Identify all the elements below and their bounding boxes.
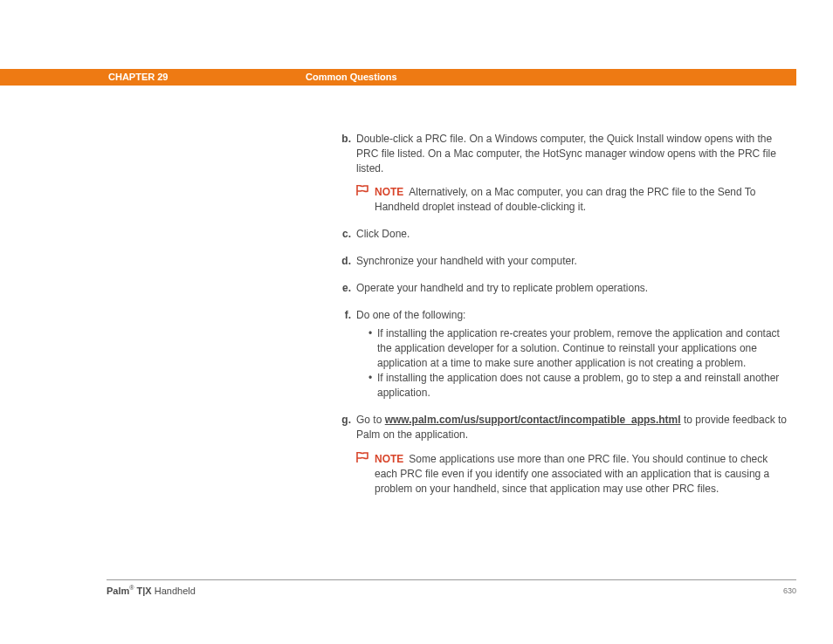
chapter-title: Common Questions <box>306 69 397 86</box>
chapter-number: CHAPTER 29 <box>108 69 168 86</box>
footer-rest: Handheld <box>152 586 196 596</box>
footer-product: Palm® T|X Handheld <box>107 585 196 596</box>
list-item-e: e. Operate your handheld and try to repl… <box>335 281 788 296</box>
footer-brand: Palm <box>107 586 129 596</box>
chapter-header-bar: CHAPTER 29 Common Questions <box>0 69 796 86</box>
bullet-item: • If installing the application does not… <box>368 371 788 401</box>
list-body: Double-click a PRC file. On a Windows co… <box>356 132 788 215</box>
bullet-marker: • <box>368 326 377 371</box>
note-body: Some applications use more than one PRC … <box>375 453 769 495</box>
item-text: Double-click a PRC file. On a Windows co… <box>356 133 776 175</box>
note-body: Alternatively, on a Mac computer, you ca… <box>375 186 755 213</box>
list-item-d: d. Synchronize your handheld with your c… <box>335 254 788 269</box>
support-link[interactable]: www.palm.com/us/support/contact/incompat… <box>385 414 681 426</box>
note-block: NOTEAlternatively, on a Mac computer, yo… <box>356 185 788 215</box>
note-block: NOTESome applications use more than one … <box>356 452 788 497</box>
flag-icon <box>356 452 372 497</box>
item-text: Operate your handheld and try to replica… <box>356 281 788 296</box>
list-item-b: b. Double-click a PRC file. On a Windows… <box>335 132 788 215</box>
note-text: NOTESome applications use more than one … <box>375 452 788 497</box>
bullet-marker: • <box>368 371 377 401</box>
bullet-text: If installing the application re-creates… <box>377 326 788 371</box>
list-label: d. <box>335 254 351 269</box>
list-item-c: c. Click Done. <box>335 227 788 242</box>
list-body: Do one of the following: • If installing… <box>356 308 788 401</box>
item-text: Do one of the following: <box>356 309 465 321</box>
item-text: Click Done. <box>356 227 788 242</box>
note-text: NOTEAlternatively, on a Mac computer, yo… <box>375 185 788 215</box>
note-label: NOTE <box>375 453 403 465</box>
footer-rule <box>107 579 796 580</box>
list-body: Go to www.palm.com/us/support/contact/in… <box>356 413 788 496</box>
list-item-f: f. Do one of the following: • If install… <box>335 308 788 401</box>
page: CHAPTER 29 Common Questions b. Double-cl… <box>0 0 833 644</box>
footer-model: T|X <box>134 586 151 596</box>
item-text: Synchronize your handheld with your comp… <box>356 254 788 269</box>
list-label: c. <box>335 227 351 242</box>
list-item-g: g. Go to www.palm.com/us/support/contact… <box>335 413 788 496</box>
list-label: g. <box>335 413 351 496</box>
bullet-item: • If installing the application re-creat… <box>368 326 788 371</box>
note-label: NOTE <box>375 186 403 198</box>
list-label: b. <box>335 132 351 215</box>
bullet-list: • If installing the application re-creat… <box>356 326 788 401</box>
item-text-pre: Go to <box>356 414 385 426</box>
body-content: b. Double-click a PRC file. On a Windows… <box>335 132 788 509</box>
list-label: e. <box>335 281 351 296</box>
page-number: 630 <box>783 586 796 595</box>
bullet-text: If installing the application does not c… <box>377 371 788 401</box>
flag-icon <box>356 185 372 215</box>
list-label: f. <box>335 308 351 401</box>
